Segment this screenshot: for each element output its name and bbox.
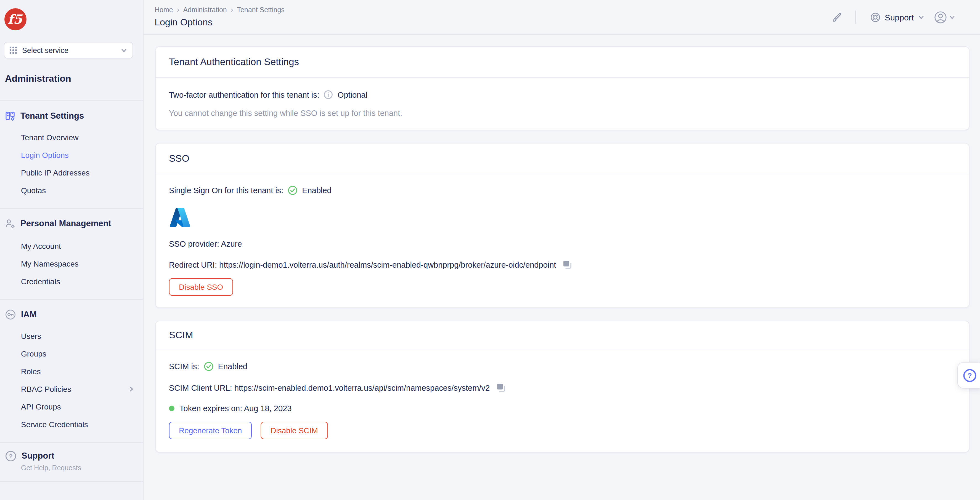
- sidebar-item-service-credentials[interactable]: Service Credentials: [0, 416, 143, 433]
- sidebar-heading-administration: Administration: [5, 73, 143, 84]
- sso-actions: Disable SSO: [169, 278, 956, 296]
- token-expiry-label: Token expires on: Aug 18, 2023: [180, 404, 291, 413]
- sidebar-item-support[interactable]: ? Support: [0, 449, 143, 462]
- sso-redirect-label: Redirect URI: https://login-demo1.volter…: [169, 260, 556, 269]
- check-circle-icon: [204, 362, 214, 371]
- sidebar-item-label: My Account: [21, 242, 61, 251]
- scim-url-row: SCIM Client URL: https://scim-enabled.de…: [169, 383, 956, 392]
- sidebar-item-label: API Groups: [21, 402, 61, 411]
- top-bar-actions: Support: [832, 0, 955, 34]
- scim-status-value: Enabled: [218, 362, 247, 371]
- two-factor-row: Two-factor authentication for this tenan…: [169, 90, 956, 99]
- token-expiry-row: Token expires on: Aug 18, 2023: [169, 404, 956, 413]
- status-dot: [169, 406, 175, 411]
- grid-icon: [9, 46, 18, 55]
- sso-redirect-row: Redirect URI: https://login-demo1.volter…: [169, 260, 956, 269]
- sso-status-value: Enabled: [302, 186, 331, 195]
- sidebar-section-personal-management: Personal Management My Account My Namesp…: [0, 209, 143, 299]
- chevron-right-icon: [127, 385, 135, 393]
- sidebar-item-tenant-settings[interactable]: Tenant Settings: [0, 109, 143, 123]
- sidebar-section-label: Tenant Settings: [21, 111, 84, 121]
- divider: [856, 11, 856, 24]
- check-circle-icon: [288, 186, 298, 195]
- content: Tenant Authentication Settings Two-facto…: [143, 35, 980, 465]
- chevron-down-icon: [949, 14, 955, 20]
- copy-icon[interactable]: [563, 260, 572, 269]
- avatar-icon: [934, 11, 947, 24]
- account-menu[interactable]: [934, 11, 955, 24]
- scim-status-row: SCIM is: Enabled: [169, 362, 956, 371]
- person-gear-icon: [5, 218, 16, 229]
- card-body: Two-factor authentication for this tenan…: [156, 78, 969, 130]
- sidebar-item-label: Service Credentials: [21, 420, 88, 429]
- sidebar-item-roles[interactable]: Roles: [0, 363, 143, 380]
- f5-logo[interactable]: f5: [5, 8, 27, 30]
- app-root: f5 Select service Administration: [0, 0, 980, 500]
- card-body: SCIM is: Enabled SCIM Client URL: https:…: [156, 349, 969, 452]
- disable-scim-button[interactable]: Disable SCIM: [261, 422, 328, 439]
- sidebar-item-personal-management[interactable]: Personal Management: [0, 216, 143, 231]
- sidebar-item-iam[interactable]: IAM: [0, 307, 143, 322]
- select-service-dropdown[interactable]: Select service: [4, 42, 133, 59]
- breadcrumb-administration[interactable]: Administration: [183, 6, 227, 14]
- breadcrumb-tenant-settings[interactable]: Tenant Settings: [237, 6, 284, 14]
- sidebar-item-label: Roles: [21, 367, 41, 376]
- card-header: SCIM: [156, 321, 969, 349]
- card-scim: SCIM SCIM is: Enabled: [155, 321, 969, 452]
- sidebar-item-login-options[interactable]: Login Options: [0, 146, 143, 164]
- support-menu[interactable]: Support: [870, 12, 924, 22]
- f5-logo-text: f5: [8, 12, 23, 27]
- sidebar-section-support: ? Support Get Help, Requests: [0, 443, 143, 481]
- sidebar-section-label: Support: [22, 451, 54, 461]
- scim-actions: Regenerate Token Disable SCIM: [169, 422, 956, 439]
- sidebar-item-credentials[interactable]: Credentials: [0, 273, 143, 290]
- sidebar-item-public-ip-addresses[interactable]: Public IP Addresses: [0, 164, 143, 182]
- theme-brush-button[interactable]: [832, 11, 843, 23]
- breadcrumb-home[interactable]: Home: [154, 6, 173, 14]
- sidebar-item-my-namespaces[interactable]: My Namespaces: [0, 255, 143, 273]
- sidebar-item-users[interactable]: Users: [0, 327, 143, 345]
- sidebar-item-label: Public IP Addresses: [21, 168, 90, 177]
- card-title: SCIM: [169, 329, 193, 341]
- regenerate-token-button[interactable]: Regenerate Token: [169, 422, 252, 439]
- sidebar-item-label: Credentials: [21, 277, 60, 286]
- help-button[interactable]: ?: [958, 363, 980, 388]
- sidebar-item-label: Quotas: [21, 186, 46, 195]
- select-service-label: Select service: [22, 46, 68, 54]
- key-icon: [5, 309, 16, 320]
- lifebuoy-icon: [870, 12, 881, 22]
- info-icon[interactable]: [324, 90, 333, 99]
- support-subtitle: Get Help, Requests: [21, 464, 143, 472]
- svg-text:?: ?: [9, 452, 13, 459]
- sidebar-item-rbac-policies[interactable]: RBAC Policies: [0, 380, 143, 398]
- scim-status-label: SCIM is:: [169, 362, 199, 371]
- two-factor-value: Optional: [337, 90, 368, 99]
- copy-icon[interactable]: [496, 383, 506, 392]
- sidebar-section-label: Personal Management: [21, 219, 111, 229]
- scim-url-label: SCIM Client URL: https://scim-enabled.de…: [169, 383, 490, 392]
- sidebar-item-label: Login Options: [21, 151, 69, 159]
- sidebar-item-tenant-overview[interactable]: Tenant Overview: [0, 129, 143, 146]
- sidebar-item-my-account[interactable]: My Account: [0, 237, 143, 255]
- divider: [0, 481, 143, 482]
- sidebar-item-groups[interactable]: Groups: [0, 345, 143, 363]
- card-header: SSO: [156, 143, 969, 175]
- sidebar-item-label: My Namespaces: [21, 259, 79, 268]
- breadcrumb-separator: ›: [177, 6, 180, 14]
- sso-provider-label: SSO provider: Azure: [169, 240, 242, 248]
- sidebar-item-label: Tenant Overview: [21, 133, 79, 142]
- disable-sso-button[interactable]: Disable SSO: [169, 278, 233, 296]
- sidebar-item-quotas[interactable]: Quotas: [0, 182, 143, 199]
- sidebar-section-tenant-settings: Tenant Settings Tenant Overview Login Op…: [0, 101, 143, 208]
- card-header: Tenant Authentication Settings: [156, 47, 969, 78]
- sidebar-item-api-groups[interactable]: API Groups: [0, 398, 143, 416]
- top-bar: Home › Administration › Tenant Settings …: [143, 0, 980, 35]
- card-body: Single Sign On for this tenant is: Enabl…: [156, 175, 969, 307]
- sidebar-item-label: RBAC Policies: [21, 385, 71, 394]
- two-factor-label: Two-factor authentication for this tenan…: [169, 90, 320, 99]
- sidebar-item-label: Users: [21, 332, 41, 341]
- card-tenant-authentication: Tenant Authentication Settings Two-facto…: [155, 46, 969, 130]
- tenant-settings-icon: [5, 111, 16, 121]
- sso-status-row: Single Sign On for this tenant is: Enabl…: [169, 186, 956, 195]
- page-title: Login Options: [154, 17, 285, 28]
